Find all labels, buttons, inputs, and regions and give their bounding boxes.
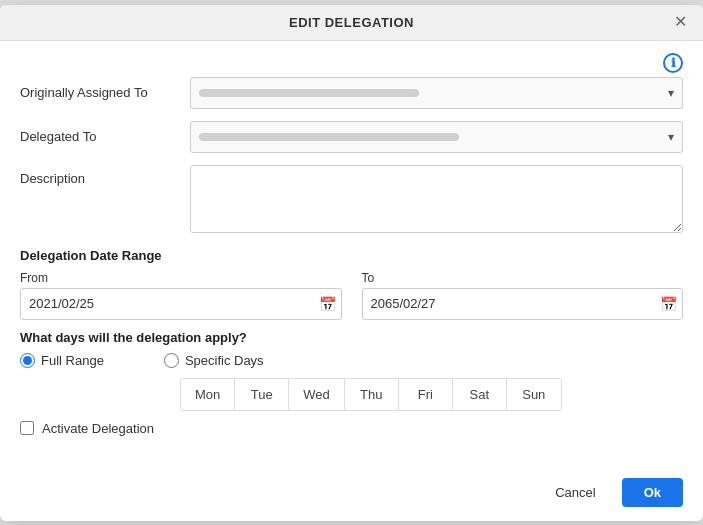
edit-delegation-dialog: EDIT DELEGATION ✕ ℹ Originally Assigned … xyxy=(0,5,703,521)
originally-assigned-label: Originally Assigned To xyxy=(20,85,190,100)
specific-days-option[interactable]: Specific Days xyxy=(164,353,264,368)
date-range-section: Delegation Date Range From 📅 To 📅 xyxy=(20,248,683,320)
originally-assigned-wrap: ▾ xyxy=(190,77,683,109)
dialog-title: EDIT DELEGATION xyxy=(289,15,414,30)
day-cell-tue[interactable]: Tue xyxy=(235,379,289,410)
to-date-input[interactable] xyxy=(362,288,684,320)
days-section: What days will the delegation apply? Ful… xyxy=(20,330,683,411)
full-range-option[interactable]: Full Range xyxy=(20,353,104,368)
ok-button[interactable]: Ok xyxy=(622,478,683,507)
dialog-body: ℹ Originally Assigned To ▾ Delegated To … xyxy=(0,41,703,468)
originally-assigned-arrow: ▾ xyxy=(668,86,674,100)
day-cell-sun[interactable]: Sun xyxy=(507,379,561,410)
delegated-to-row: Delegated To ▾ xyxy=(20,121,683,153)
description-field[interactable] xyxy=(190,165,683,233)
cancel-button[interactable]: Cancel xyxy=(539,479,611,506)
days-grid: MonTueWedThuFriSatSun xyxy=(180,378,562,411)
close-button[interactable]: ✕ xyxy=(670,12,691,32)
activate-label: Activate Delegation xyxy=(42,421,154,436)
dialog-footer: Cancel Ok xyxy=(0,468,703,521)
from-date-wrap: 📅 xyxy=(20,288,342,320)
full-range-label: Full Range xyxy=(41,353,104,368)
days-question: What days will the delegation apply? xyxy=(20,330,683,345)
specific-days-label: Specific Days xyxy=(185,353,264,368)
from-date-group: From 📅 xyxy=(20,271,342,320)
to-date-wrap: 📅 xyxy=(362,288,684,320)
placeholder-bar-1 xyxy=(199,89,419,97)
delegated-to-wrap: ▾ xyxy=(190,121,683,153)
specific-days-radio[interactable] xyxy=(164,353,179,368)
info-icon-row: ℹ xyxy=(20,53,683,73)
delegated-to-select[interactable]: ▾ xyxy=(190,121,683,153)
description-wrap xyxy=(190,165,683,236)
description-label: Description xyxy=(20,165,190,186)
activate-checkbox[interactable] xyxy=(20,421,34,435)
from-label: From xyxy=(20,271,342,285)
dialog-header: EDIT DELEGATION ✕ xyxy=(0,5,703,41)
date-range-title: Delegation Date Range xyxy=(20,248,683,263)
to-date-group: To 📅 xyxy=(362,271,684,320)
delegated-to-label: Delegated To xyxy=(20,129,190,144)
activate-row: Activate Delegation xyxy=(20,421,683,436)
day-cell-wed[interactable]: Wed xyxy=(289,379,345,410)
day-cell-thu[interactable]: Thu xyxy=(345,379,399,410)
originally-assigned-row: Originally Assigned To ▾ xyxy=(20,77,683,109)
to-label: To xyxy=(362,271,684,285)
description-row: Description xyxy=(20,165,683,236)
originally-assigned-select[interactable]: ▾ xyxy=(190,77,683,109)
delegated-to-arrow: ▾ xyxy=(668,130,674,144)
radio-row: Full Range Specific Days xyxy=(20,353,683,368)
info-icon[interactable]: ℹ xyxy=(663,53,683,73)
date-row: From 📅 To 📅 xyxy=(20,271,683,320)
day-cell-mon[interactable]: Mon xyxy=(181,379,235,410)
full-range-radio[interactable] xyxy=(20,353,35,368)
placeholder-bar-2 xyxy=(199,133,459,141)
from-date-input[interactable] xyxy=(20,288,342,320)
day-cell-fri[interactable]: Fri xyxy=(399,379,453,410)
day-cell-sat[interactable]: Sat xyxy=(453,379,507,410)
